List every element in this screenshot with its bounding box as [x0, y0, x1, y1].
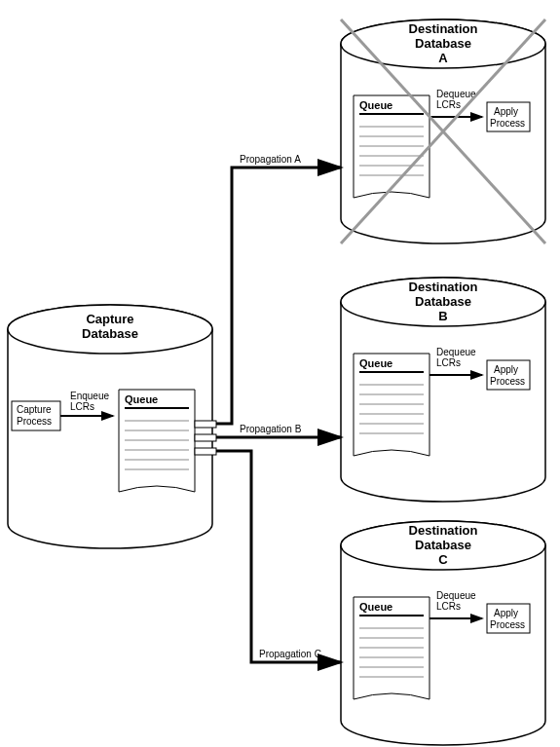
svg-rect-46 — [195, 421, 216, 428]
capture-process-label-1: Capture — [17, 404, 52, 415]
dest-b-title-3: B — [438, 309, 447, 323]
svg-rect-47 — [195, 434, 216, 441]
dest-a-title-1: Destination — [409, 21, 478, 36]
propagation-b-label: Propagation B — [240, 424, 302, 434]
propagation-c-label: Propagation C — [259, 649, 321, 659]
capture-process-box: Capture Process — [12, 401, 60, 430]
dest-b-dequeue-2: LCRs — [436, 357, 461, 368]
dest-a-title-3: A — [438, 51, 448, 65]
destination-database-c: Destination Database C Queue Dequeue LCR… — [341, 521, 545, 745]
dest-c-apply-box: Apply Process — [487, 604, 530, 633]
svg-text:Apply: Apply — [494, 364, 518, 375]
capture-db-title-2: Database — [82, 326, 138, 341]
svg-rect-48 — [195, 448, 216, 455]
enqueue-label-2: LCRs — [70, 401, 94, 412]
svg-text:Process: Process — [490, 619, 525, 630]
capture-queue: Queue — [119, 390, 195, 492]
dest-c-dequeue-1: Dequeue — [436, 590, 476, 601]
svg-text:Apply: Apply — [494, 608, 518, 618]
dest-b-title-2: Database — [415, 294, 471, 309]
svg-text:Process: Process — [490, 118, 525, 129]
dest-b-queue-title: Queue — [359, 357, 392, 369]
dest-c-queue: Queue — [354, 597, 429, 699]
dest-c-title-3: C — [438, 552, 448, 567]
propagation-a-label: Propagation A — [240, 154, 301, 165]
destination-database-b: Destination Database B Queue Dequeue LCR… — [341, 278, 545, 502]
dest-c-dequeue-2: LCRs — [436, 601, 461, 612]
dest-a-queue: Queue — [354, 95, 429, 198]
dest-a-dequeue-1: Dequeue — [436, 89, 476, 99]
propagation-b-arrow — [195, 434, 341, 441]
dest-b-queue: Queue — [354, 354, 429, 456]
propagation-a-arrow — [195, 168, 341, 428]
dest-a-dequeue-2: LCRs — [436, 99, 461, 110]
propagation-c-arrow — [195, 448, 341, 662]
dest-b-apply-box: Apply Process — [487, 360, 530, 390]
svg-text:Process: Process — [490, 376, 525, 387]
dest-a-apply-box: Apply Process — [487, 102, 530, 131]
destination-database-a: Destination Database A Queue Dequeue LCR… — [341, 19, 545, 243]
dest-a-queue-title: Queue — [359, 99, 392, 111]
capture-process-label-2: Process — [17, 416, 52, 427]
enqueue-label-1: Enqueue — [70, 391, 109, 401]
dest-b-dequeue-1: Dequeue — [436, 347, 476, 357]
capture-queue-title: Queue — [125, 393, 158, 405]
dest-c-queue-title: Queue — [359, 601, 392, 613]
svg-text:Apply: Apply — [494, 106, 518, 117]
capture-database: Capture Database Capture Process Enqueue… — [8, 305, 212, 548]
dest-a-title-2: Database — [415, 36, 471, 51]
capture-db-title-1: Capture — [86, 312, 133, 326]
dest-c-title-2: Database — [415, 538, 471, 552]
dest-c-title-1: Destination — [409, 523, 478, 538]
dest-b-title-1: Destination — [409, 280, 478, 294]
